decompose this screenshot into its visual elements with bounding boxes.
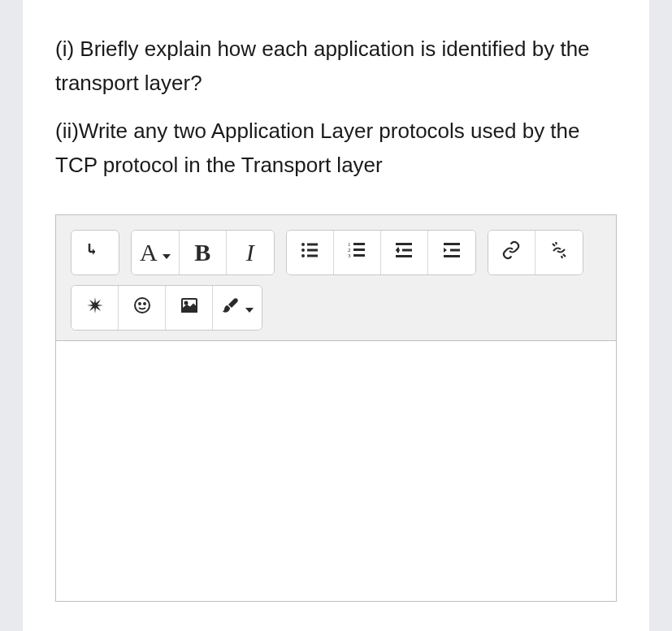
rich-text-editor: A B I bbox=[55, 214, 617, 602]
special-char-button[interactable] bbox=[72, 286, 119, 330]
svg-rect-1 bbox=[307, 244, 318, 246]
font-style-label: A bbox=[140, 239, 158, 266]
editor-toolbar: A B I bbox=[56, 215, 616, 341]
group-expand bbox=[71, 230, 119, 275]
svg-rect-5 bbox=[307, 255, 318, 257]
bold-label: B bbox=[194, 239, 210, 266]
brush-icon bbox=[221, 296, 241, 320]
svg-rect-13 bbox=[402, 249, 412, 252]
svg-point-19 bbox=[139, 303, 141, 305]
svg-point-22 bbox=[184, 302, 187, 305]
asterisk-icon bbox=[85, 296, 105, 320]
emoji-button[interactable] bbox=[119, 286, 166, 330]
question-text: (i) Briefly explain how each application… bbox=[55, 32, 617, 182]
svg-point-2 bbox=[301, 249, 305, 252]
outdent-icon bbox=[394, 240, 414, 265]
group-text-format: A B I bbox=[131, 230, 275, 275]
group-insert bbox=[71, 285, 262, 331]
svg-rect-3 bbox=[307, 249, 318, 252]
svg-rect-16 bbox=[450, 249, 460, 252]
link-button[interactable] bbox=[488, 231, 535, 274]
chevron-down-icon bbox=[163, 239, 171, 266]
svg-point-18 bbox=[135, 298, 150, 313]
indent-button[interactable] bbox=[428, 231, 475, 274]
svg-rect-17 bbox=[444, 255, 460, 257]
unlink-button[interactable] bbox=[535, 231, 583, 274]
bold-button[interactable]: B bbox=[180, 231, 227, 274]
outdent-button[interactable] bbox=[381, 231, 428, 274]
svg-point-4 bbox=[301, 254, 305, 257]
chevron-down-icon bbox=[245, 296, 254, 319]
page-container: (i) Briefly explain how each application… bbox=[23, 0, 649, 631]
indent-icon bbox=[442, 240, 462, 265]
svg-point-0 bbox=[301, 243, 305, 246]
link-icon bbox=[501, 240, 521, 265]
svg-rect-11 bbox=[353, 254, 365, 257]
expand-toolbar-button[interactable] bbox=[72, 231, 119, 274]
svg-rect-12 bbox=[396, 243, 412, 245]
numbered-list-icon: 1 2 3 bbox=[347, 240, 366, 265]
svg-rect-14 bbox=[396, 255, 412, 257]
question-part-2: (ii)Write any two Application Layer prot… bbox=[55, 115, 617, 182]
svg-rect-15 bbox=[444, 243, 460, 245]
font-style-dropdown[interactable]: A bbox=[132, 231, 180, 274]
image-button[interactable] bbox=[166, 286, 213, 330]
italic-label: I bbox=[246, 239, 254, 266]
svg-rect-7 bbox=[353, 243, 365, 245]
numbered-list-button[interactable]: 1 2 3 bbox=[334, 231, 381, 274]
editor-content-area[interactable] bbox=[56, 341, 616, 601]
smile-icon bbox=[132, 296, 152, 320]
italic-button[interactable]: I bbox=[227, 231, 274, 274]
image-icon bbox=[180, 296, 199, 320]
svg-rect-9 bbox=[353, 249, 365, 251]
bullet-list-button[interactable] bbox=[287, 231, 334, 274]
brush-dropdown[interactable] bbox=[213, 286, 262, 330]
question-part-1: (i) Briefly explain how each application… bbox=[55, 32, 617, 100]
svg-text:3: 3 bbox=[348, 253, 351, 259]
group-links bbox=[488, 230, 583, 275]
expand-icon bbox=[85, 240, 105, 265]
group-lists: 1 2 3 bbox=[286, 230, 476, 275]
unlink-icon bbox=[549, 240, 569, 265]
bullet-list-icon bbox=[300, 240, 319, 265]
svg-point-20 bbox=[144, 303, 145, 305]
